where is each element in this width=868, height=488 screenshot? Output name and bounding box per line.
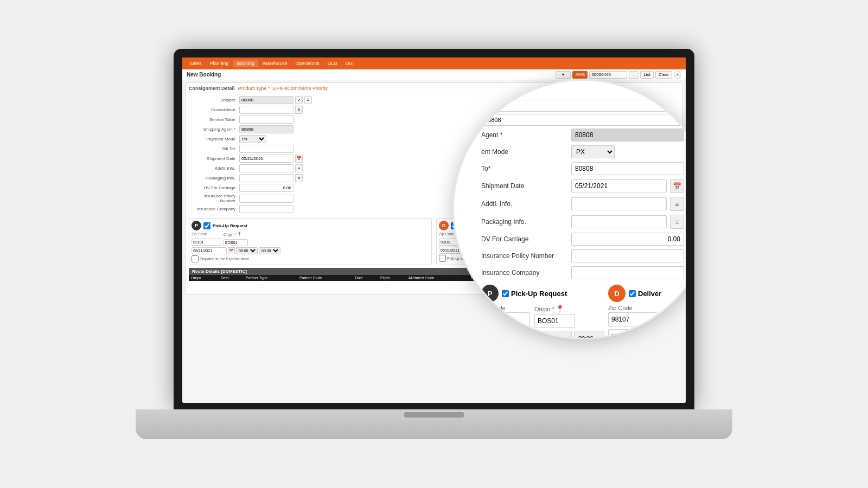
pickup-small-origin-group: Origin * 📍 bbox=[224, 232, 248, 246]
dv-carriage-input[interactable] bbox=[239, 184, 293, 192]
consolidator-list-icon[interactable]: ≡ bbox=[295, 106, 303, 114]
route-title: Route Details bbox=[192, 269, 220, 274]
shipper-label: Shipper bbox=[189, 98, 238, 102]
zoom-pickup-delivery: P Pick-Up Request Zip Code bbox=[481, 285, 684, 339]
zoom-packaging-label: Packaging Info. bbox=[481, 218, 568, 226]
pickup-checkbox[interactable] bbox=[203, 222, 210, 229]
bill-to-label: Bill To* bbox=[189, 146, 238, 151]
clear-btn[interactable]: Clear bbox=[655, 71, 672, 79]
route-badge: [DOMESTIC] bbox=[221, 269, 247, 274]
zoom-agent-input[interactable] bbox=[571, 129, 684, 142]
pickup-zip-input[interactable] bbox=[192, 239, 221, 246]
list-btn[interactable]: List bbox=[640, 71, 653, 79]
zoom-pickup-time2[interactable]: 00:00 bbox=[574, 331, 604, 339]
zoom-delivery-header: D Deliver bbox=[608, 285, 684, 302]
consolidator-input[interactable] bbox=[239, 106, 293, 114]
zoom-agent-label: Agent * bbox=[481, 131, 568, 139]
zoom-top-input-1[interactable] bbox=[481, 100, 684, 112]
insurance-company-label: Insurance Company bbox=[189, 207, 238, 211]
nav-uld[interactable]: ULD bbox=[324, 60, 341, 67]
pickup-origin-input[interactable] bbox=[224, 239, 248, 246]
zoom-dv-label: DV For Carriage bbox=[481, 235, 568, 243]
zoom-addtl-list-icon[interactable]: ≡ bbox=[670, 197, 684, 211]
zoom-pickup-header: P Pick-Up Request bbox=[481, 285, 599, 302]
nav-warehouse[interactable]: Warehouse bbox=[259, 60, 291, 67]
close-btn[interactable]: × bbox=[674, 71, 681, 79]
nav-sales[interactable]: Sales bbox=[186, 60, 206, 67]
shipper-list-icon[interactable]: ≡ bbox=[304, 96, 312, 104]
btn-add[interactable]: AWB bbox=[572, 71, 588, 79]
zoom-addtl-input[interactable] bbox=[571, 197, 667, 210]
zoom-billto-label: To* bbox=[481, 165, 568, 172]
shipping-agent-input[interactable] bbox=[239, 125, 293, 133]
zoom-billto-input[interactable] bbox=[571, 162, 684, 175]
col-origin: Origin bbox=[189, 275, 219, 281]
zoom-delivery-zip-input[interactable] bbox=[608, 312, 657, 326]
insurance-policy-input[interactable] bbox=[239, 195, 293, 203]
packaging-info-input[interactable] bbox=[239, 174, 293, 182]
zoom-packaging-input[interactable] bbox=[571, 215, 667, 228]
zoom-delivery-icon: D bbox=[608, 285, 626, 302]
col-dest: Dest bbox=[219, 275, 244, 281]
pickup-location-icon: P bbox=[192, 221, 201, 230]
nav-operations[interactable]: Operations bbox=[292, 60, 323, 67]
zoom-origin-text: Origin * bbox=[534, 306, 554, 312]
screen: Sales Planning Booking Warehouse Operati… bbox=[182, 57, 686, 403]
nav-bar: Sales Planning Booking Warehouse Operati… bbox=[182, 57, 686, 69]
screen-bezel: Sales Planning Booking Warehouse Operati… bbox=[174, 49, 694, 409]
zoom-pin-icon: 📍 bbox=[556, 305, 564, 313]
col-date: Date bbox=[353, 275, 378, 281]
zoom-insurance-company-input[interactable] bbox=[571, 266, 684, 279]
calendar-icon[interactable]: 📅 bbox=[295, 155, 303, 163]
zoom-circle: Agent * ent Mode PX To* bbox=[452, 79, 686, 339]
shipper-input[interactable] bbox=[239, 96, 293, 104]
zoom-payment-select[interactable]: PX bbox=[571, 145, 615, 158]
pickup-time2-select[interactable]: 00:00 bbox=[259, 247, 280, 254]
zoom-pickup-zip-input[interactable] bbox=[481, 312, 530, 326]
laptop-container: Sales Planning Booking Warehouse Operati… bbox=[136, 49, 732, 439]
nav-planning[interactable]: Planning bbox=[206, 60, 233, 67]
zoom-pickup-checkbox[interactable] bbox=[502, 290, 509, 297]
pickup-zip-label: Zip Code bbox=[192, 232, 221, 236]
pickup-origin-label: Origin * 📍 bbox=[224, 232, 248, 236]
payment-mode-select[interactable]: PX bbox=[239, 135, 266, 143]
zoom-shipdate-input[interactable] bbox=[571, 179, 667, 192]
nav-dg[interactable]: DG bbox=[342, 60, 357, 67]
service-taker-input[interactable] bbox=[239, 115, 293, 124]
zoom-shipdate-row: Shipment Date 📅 bbox=[481, 179, 684, 193]
insurance-company-input[interactable] bbox=[239, 205, 293, 213]
zoom-top-input-2[interactable] bbox=[481, 114, 684, 126]
nav-booking[interactable]: Booking bbox=[233, 60, 259, 67]
zoom-origin-input[interactable] bbox=[534, 314, 575, 328]
addtl-list-icon[interactable]: ≡ bbox=[295, 164, 303, 172]
pickup-small-header: P Pick-Up Request bbox=[192, 221, 429, 230]
addtl-info-label: Addtl. Info. bbox=[189, 166, 238, 171]
zoom-delivery-zip-group: Zip Code bbox=[608, 305, 684, 326]
pickup-cal-btn[interactable]: 📅 bbox=[228, 247, 235, 254]
bill-to-input[interactable] bbox=[239, 145, 293, 153]
addtl-info-input[interactable] bbox=[239, 164, 293, 172]
zoom-cal-icon[interactable]: 📅 bbox=[670, 179, 684, 193]
awb-input[interactable] bbox=[589, 71, 627, 79]
pickup-dispatch-checkbox[interactable] bbox=[192, 255, 199, 262]
shipment-date-input[interactable] bbox=[239, 155, 293, 163]
pickup-date-input[interactable] bbox=[192, 247, 227, 254]
zoom-insurance-policy-input[interactable] bbox=[571, 249, 684, 262]
laptop-hinge bbox=[404, 412, 464, 418]
shipper-icon[interactable]: ✓ bbox=[295, 96, 303, 104]
zoom-packaging-list-icon[interactable]: ≡ bbox=[670, 215, 684, 229]
consolidator-label: Consolidator bbox=[189, 107, 238, 112]
zoom-origin-label-row: Origin * 📍 bbox=[534, 305, 575, 313]
zoom-payment-row: ent Mode PX bbox=[481, 145, 684, 158]
pickup-small-box: P Pick-Up Request Zip Code bbox=[189, 218, 432, 265]
dropdown-all[interactable]: ▾ bbox=[556, 71, 571, 79]
payment-mode-label: Payment Mode bbox=[189, 137, 238, 142]
zoom-dv-input[interactable] bbox=[571, 233, 684, 246]
delivery-pickup-checkbox[interactable] bbox=[439, 255, 446, 262]
zoom-delivery-checkbox[interactable] bbox=[629, 290, 636, 297]
zoom-payment-label: ent Mode bbox=[481, 148, 568, 156]
minus-btn[interactable]: - bbox=[629, 71, 639, 79]
packaging-list-icon[interactable]: ≡ bbox=[295, 174, 303, 182]
pickup-time1-select[interactable]: 00:00 bbox=[236, 247, 258, 254]
zoom-pickup-box: P Pick-Up Request Zip Code bbox=[481, 285, 599, 339]
